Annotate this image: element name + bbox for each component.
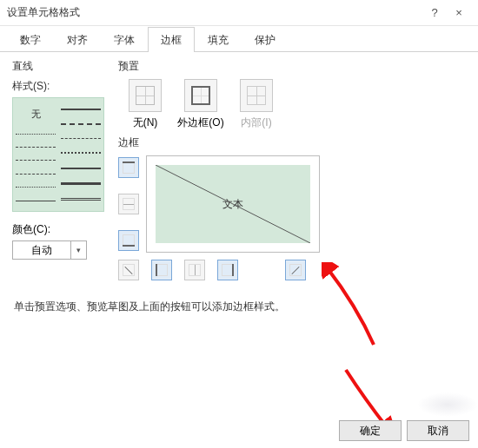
diagonal-line-icon bbox=[156, 165, 310, 243]
tab-border[interactable]: 边框 bbox=[148, 27, 195, 52]
border-right-button[interactable] bbox=[217, 260, 238, 280]
line-style-dashdotdot[interactable] bbox=[16, 187, 56, 188]
tab-alignment[interactable]: 对齐 bbox=[54, 27, 101, 52]
tab-protection[interactable]: 保护 bbox=[242, 27, 289, 52]
preset-none-label: 无(N) bbox=[122, 115, 169, 130]
style-label: 样式(S): bbox=[12, 79, 108, 94]
border-section-label: 边框 bbox=[118, 135, 466, 150]
border-left-icon bbox=[156, 264, 168, 276]
border-diag-up-button[interactable] bbox=[118, 260, 139, 280]
color-dropdown[interactable]: 自动 ▾ bbox=[12, 240, 87, 260]
line-style-medium[interactable] bbox=[61, 109, 101, 110]
color-value: 自动 bbox=[13, 243, 70, 258]
tab-font[interactable]: 字体 bbox=[101, 27, 148, 52]
color-label: 颜色(C): bbox=[12, 222, 108, 237]
dialog-footer: 确定 取消 bbox=[339, 420, 469, 441]
preset-outline-button[interactable] bbox=[184, 79, 217, 112]
preset-outline-icon bbox=[191, 86, 210, 105]
border-vmiddle-button[interactable] bbox=[184, 260, 205, 280]
border-left-button[interactable] bbox=[151, 260, 172, 280]
preset-none-button[interactable] bbox=[129, 79, 162, 112]
tab-fill[interactable]: 填充 bbox=[195, 27, 242, 52]
tab-strip: 数字 对齐 字体 边框 填充 保护 bbox=[0, 26, 478, 52]
preset-inside-button[interactable] bbox=[240, 79, 273, 112]
window-title: 设置单元格格式 bbox=[7, 5, 80, 20]
line-style-medium-dash[interactable] bbox=[61, 123, 101, 125]
border-bottom-icon bbox=[123, 234, 135, 247]
tab-number[interactable]: 数字 bbox=[7, 27, 54, 52]
help-button[interactable]: ? bbox=[422, 6, 447, 19]
line-style-medium-dot[interactable] bbox=[61, 152, 101, 154]
border-right-icon bbox=[222, 264, 234, 276]
hint-text: 单击预置选项、预览草图及上面的按钮可以添加边框样式。 bbox=[14, 300, 464, 314]
border-vmiddle-icon bbox=[189, 264, 201, 276]
line-style-none[interactable]: 无 bbox=[16, 108, 56, 121]
titlebar: 设置单元格格式 ? × bbox=[0, 0, 478, 26]
line-style-dashdot[interactable] bbox=[16, 174, 56, 175]
border-bottom-button[interactable] bbox=[118, 230, 139, 251]
border-diag-up-icon bbox=[123, 264, 135, 276]
border-preview[interactable]: 文本 bbox=[146, 155, 320, 253]
line-style-double[interactable] bbox=[61, 198, 101, 201]
border-diag-down-icon bbox=[289, 264, 302, 276]
border-top-button[interactable] bbox=[118, 157, 139, 178]
border-top-icon bbox=[123, 161, 135, 174]
border-hmiddle-icon bbox=[123, 198, 135, 210]
watermark-smudge bbox=[417, 392, 478, 417]
ok-button[interactable]: 确定 bbox=[339, 420, 402, 441]
border-hmiddle-button[interactable] bbox=[118, 194, 139, 214]
line-section: 直线 样式(S): 无 颜色(C): bbox=[12, 59, 108, 280]
preset-row: 无(N) 外边框(O) 内部(I) bbox=[122, 79, 466, 130]
line-section-label: 直线 bbox=[12, 59, 108, 74]
cancel-button[interactable]: 取消 bbox=[407, 420, 469, 441]
line-style-thick[interactable] bbox=[61, 168, 101, 169]
preset-none-icon bbox=[136, 86, 155, 105]
border-diag-down-button[interactable] bbox=[285, 260, 306, 280]
line-style-dashed[interactable] bbox=[16, 147, 56, 148]
line-style-thin-dash[interactable] bbox=[61, 138, 101, 139]
close-button[interactable]: × bbox=[447, 6, 471, 19]
line-style-dotted[interactable] bbox=[16, 134, 56, 135]
svg-line-0 bbox=[156, 165, 310, 243]
line-style-extra-thick[interactable] bbox=[61, 182, 101, 185]
preset-outline-label: 外边框(O) bbox=[177, 115, 224, 130]
chevron-down-icon: ▾ bbox=[70, 241, 86, 259]
line-style-list[interactable]: 无 bbox=[12, 97, 104, 212]
line-style-dash2[interactable] bbox=[16, 160, 56, 161]
line-style-thin[interactable] bbox=[16, 201, 56, 201]
preset-section-label: 预置 bbox=[118, 59, 466, 74]
preset-inside-label: 内部(I) bbox=[233, 115, 280, 130]
preset-inside-icon bbox=[247, 86, 266, 105]
